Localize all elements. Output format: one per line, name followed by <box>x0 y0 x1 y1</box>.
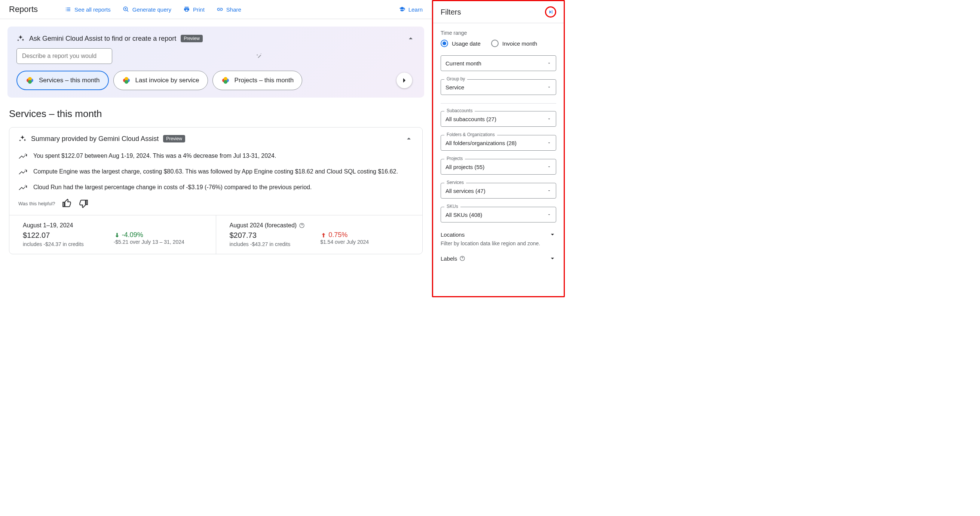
subaccounts-select[interactable]: Subaccounts All subaccounts (27) <box>441 111 556 127</box>
trend-icon <box>18 168 27 177</box>
divider <box>441 103 556 103</box>
time-range-select[interactable]: Current month <box>441 56 556 71</box>
stat-sub: includes -$24.37 in credits <box>23 241 84 247</box>
help-icon[interactable] <box>459 256 465 261</box>
chevron-right-icon <box>400 76 409 85</box>
dropdown-icon <box>547 213 551 217</box>
chevron-up-icon <box>406 34 415 43</box>
thumbs-up-button[interactable] <box>62 198 72 208</box>
collapse-filters-button[interactable] <box>545 6 556 17</box>
radio-usage-date[interactable]: Usage date <box>441 40 480 47</box>
share-link[interactable]: Share <box>216 6 241 13</box>
print-link[interactable]: Print <box>183 6 205 13</box>
arrow-down-icon <box>114 232 121 238</box>
labels-expand[interactable]: Labels <box>441 255 556 262</box>
stat-current: August 1–19, 2024 $122.07 includes -$24.… <box>10 215 216 254</box>
dropdown-icon <box>547 141 551 145</box>
filters-panel: Filters Time range Usage date Invoice mo… <box>432 0 565 297</box>
gemini-title: Ask Gemini Cloud Assist to find or creat… <box>29 35 176 43</box>
chip-projects-month[interactable]: Projects – this month <box>212 71 302 90</box>
learn-link[interactable]: Learn <box>399 6 423 13</box>
trend-icon <box>18 152 27 161</box>
summary-card: Summary provided by Gemini Cloud Assist … <box>9 127 423 254</box>
gemini-card: Ask Gemini Cloud Assist to find or creat… <box>8 27 424 98</box>
gcp-logo-icon <box>25 76 34 85</box>
stat-amount: $122.07 <box>23 231 84 240</box>
arrow-up-icon <box>320 232 327 238</box>
wand-icon <box>256 53 262 59</box>
stat-change-sub: $1.54 over July 2024 <box>320 239 369 245</box>
section-title: Services – this month <box>9 108 423 120</box>
chip-last-invoice[interactable]: Last invoice by service <box>113 71 208 90</box>
stat-sub: includes -$43.27 in credits <box>230 241 291 247</box>
group-by-select[interactable]: Group by Service <box>441 79 556 95</box>
feedback-label: Was this helpful? <box>18 201 56 206</box>
svg-point-7 <box>28 80 32 84</box>
print-icon <box>183 6 190 13</box>
insight-row: Cloud Run had the largest percentage cha… <box>18 183 413 192</box>
svg-point-11 <box>124 80 128 84</box>
stat-change: 0.75% <box>320 231 369 239</box>
locations-desc: Filter by location data like region and … <box>441 240 556 246</box>
stat-amount: $207.73 <box>230 231 291 240</box>
locations-expand[interactable]: Locations <box>441 231 556 238</box>
projects-select[interactable]: Projects All projects (55) <box>441 159 556 175</box>
chevron-down-icon <box>549 255 556 262</box>
preview-badge: Preview <box>163 135 185 143</box>
stat-change: -4.09% <box>114 231 185 239</box>
trend-icon <box>18 184 27 192</box>
collapse-gemini-button[interactable] <box>406 34 415 43</box>
chip-services-month[interactable]: Services – this month <box>16 71 109 90</box>
gemini-search-input[interactable] <box>16 48 112 64</box>
stat-forecast: August 2024 (forecasted) $207.73 include… <box>216 215 423 254</box>
folders-select[interactable]: Folders & Organizations All folders/orga… <box>441 135 556 151</box>
gcp-logo-icon <box>122 76 131 85</box>
filters-title: Filters <box>441 8 461 16</box>
radio-icon <box>491 40 499 47</box>
svg-line-1 <box>127 10 128 11</box>
dropdown-icon <box>547 117 551 121</box>
insight-row: Compute Engine was the largest charge, c… <box>18 167 413 177</box>
sparkle-icon <box>16 34 25 43</box>
dropdown-icon <box>547 85 551 89</box>
dropdown-icon <box>547 165 551 169</box>
thumbs-down-button[interactable] <box>78 198 88 208</box>
sparkle-icon <box>18 135 27 143</box>
summary-title: Summary provided by Gemini Cloud Assist <box>31 135 159 143</box>
generate-query-link[interactable]: Generate query <box>123 6 171 13</box>
insight-row: You spent $122.07 between Aug 1-19, 2024… <box>18 151 413 161</box>
radio-invoice-month[interactable]: Invoice month <box>491 40 537 47</box>
chips-scroll-right-button[interactable] <box>396 73 412 88</box>
gcp-logo-icon <box>221 76 230 85</box>
radio-icon <box>441 40 448 47</box>
stat-period: August 1–19, 2024 <box>23 222 202 229</box>
see-all-reports-link[interactable]: See all reports <box>65 6 111 13</box>
skus-select[interactable]: SKUs All SKUs (408) <box>441 207 556 222</box>
services-select[interactable]: Services All services (47) <box>441 183 556 198</box>
svg-point-15 <box>224 80 228 84</box>
collapse-summary-button[interactable] <box>404 134 413 143</box>
link-icon <box>216 6 223 13</box>
chevron-right-bar-icon <box>547 9 554 15</box>
help-icon[interactable] <box>299 222 305 229</box>
stat-period: August 2024 (forecasted) <box>230 222 297 229</box>
toolbar: Reports See all reports Generate query P… <box>0 0 432 19</box>
stat-change-sub: -$5.21 over July 13 – 31, 2024 <box>114 239 185 245</box>
chevron-up-icon <box>404 134 413 143</box>
search-plus-icon <box>123 6 129 13</box>
page-title: Reports <box>9 5 38 14</box>
preview-badge: Preview <box>181 35 203 42</box>
learn-icon <box>399 6 406 13</box>
time-range-label: Time range <box>441 30 556 36</box>
chevron-down-icon <box>549 231 556 238</box>
list-icon <box>65 6 72 13</box>
dropdown-icon <box>547 61 551 65</box>
dropdown-icon <box>547 189 551 193</box>
